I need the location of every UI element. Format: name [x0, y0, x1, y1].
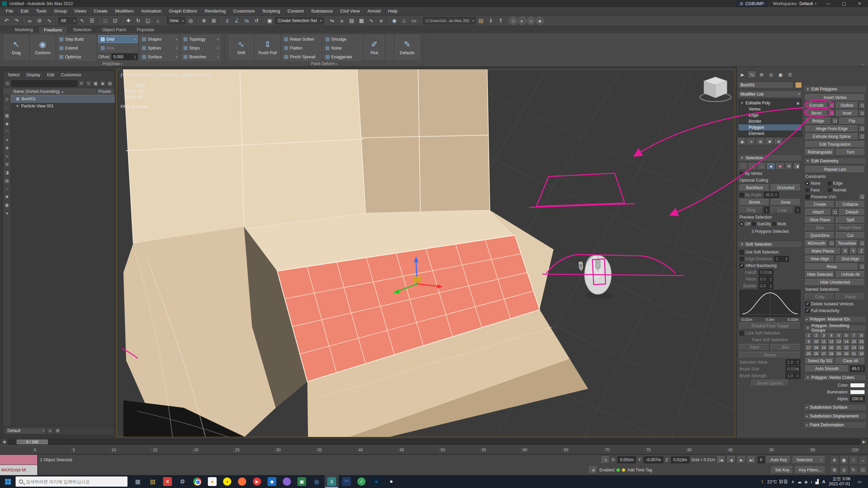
constraint-normal-radio[interactable] [828, 188, 832, 192]
zoom-extents-icon[interactable]: ▣ [840, 455, 848, 465]
smoothing-group-button[interactable]: 18 [813, 345, 820, 350]
ribbon-collapse-icon[interactable]: ⌄ [862, 61, 865, 66]
previous-frame-icon[interactable]: ◀ [1, 439, 7, 445]
selection-set-key-dropdown[interactable]: Selected▾ [793, 456, 825, 464]
flatten-button[interactable]: Flatten [282, 44, 321, 52]
separator[interactable] [120, 17, 123, 24]
ribbon-tab[interactable]: Modeling [9, 26, 38, 33]
clock[interactable]: 오전 3:06 2021-07-01 [829, 476, 850, 487]
taskbar-app-icon[interactable]: ◖ [223, 477, 231, 486]
align-icon[interactable]: ≡ [337, 16, 347, 25]
ribbon-tab[interactable]: Populate [132, 26, 160, 33]
smoothing-group-button[interactable]: 11 [821, 339, 827, 344]
pan-icon[interactable]: ↔ [859, 455, 867, 465]
display-frozen-icon[interactable]: ▣ [4, 202, 11, 208]
add-time-tag[interactable]: Add Time Tag [627, 468, 652, 472]
taskbar-search-input[interactable] [26, 479, 124, 484]
menu-item[interactable]: Animation [137, 7, 165, 15]
hide-unselected-button[interactable]: Hide Unselected [805, 279, 865, 286]
inset-settings-icon[interactable] [860, 110, 865, 116]
delete-isolated-vertices-checkbox[interactable] [805, 302, 810, 306]
clear-search-icon[interactable]: ✕ [78, 80, 84, 86]
by-vertex-radio[interactable] [739, 171, 744, 176]
separator[interactable] [196, 17, 199, 24]
select-and-manipulate-icon[interactable]: ⊕ [199, 16, 209, 25]
modifier-list-dropdown[interactable]: Modifier List [738, 90, 802, 98]
bridge-settings-icon[interactable] [832, 118, 838, 124]
menu-item[interactable]: Modifiers [111, 7, 137, 15]
render-iterative-icon[interactable]: ◐ [518, 17, 526, 25]
viewport-edged-faces-menu[interactable]: [Edged Faces] [182, 72, 211, 77]
constraint-face-radio[interactable] [805, 188, 809, 192]
vertex-color-swatch[interactable] [850, 383, 865, 388]
extrude-settings-icon[interactable] [829, 103, 834, 108]
display-cameras-icon[interactable]: ∗ [4, 137, 11, 143]
select-and-place-icon[interactable]: ⌂ [153, 16, 162, 25]
scene-explorer-menu-item[interactable]: Customize [58, 73, 84, 77]
collapse-button[interactable]: Collapse [836, 201, 865, 208]
keyboard-override-icon[interactable]: ⊞ [209, 16, 218, 25]
play-icon[interactable]: ▶ [737, 456, 746, 464]
start-button[interactable] [0, 475, 16, 488]
smoothing-groups-rollout-header[interactable]: ▼Polygon: Smoothing Groups [804, 325, 866, 331]
preview-subobj-radio[interactable] [752, 222, 756, 226]
menu-item[interactable]: Customize [230, 7, 259, 15]
taskbar-app-icon[interactable]: ◎ [309, 475, 324, 488]
select-by-sg-button[interactable]: Select By SG [805, 358, 834, 364]
extrude-along-spline-button[interactable]: Extrude Along Spline [805, 133, 858, 140]
offset-field[interactable]: 0.000▲▼ [112, 54, 138, 60]
taskbar-app-icon[interactable]: ▶ [253, 477, 261, 486]
minimize-button[interactable]: — [822, 0, 835, 7]
scene-explorer-menu-item[interactable]: Edit [44, 73, 58, 77]
reset-plane-button[interactable]: Reset Plane [836, 224, 865, 231]
separator[interactable] [55, 17, 57, 24]
smoothing-group-button[interactable]: 15 [851, 339, 857, 344]
slice-plane-button[interactable]: Slice Plane [805, 217, 834, 223]
create-button[interactable]: Create [805, 201, 834, 208]
taskbar-app-icon[interactable] [193, 477, 201, 486]
make-planar-button[interactable]: Make Planar [805, 248, 841, 255]
drag-button[interactable]: ↖Drag [4, 35, 28, 60]
stack-subobject-row[interactable]: Vertex [738, 106, 802, 112]
loop-spinner[interactable]: ▲▼ [795, 207, 801, 213]
maxscript-mini-listener[interactable]: MAXScript Mi [0, 455, 38, 475]
object-color-swatch[interactable] [795, 82, 802, 88]
planar-z-button[interactable]: Z [858, 248, 865, 255]
display-xrefs-icon[interactable]: ◨ [4, 169, 11, 176]
smoothing-group-button[interactable]: 27 [821, 351, 827, 357]
taskbar-app-icon[interactable]: ◠ [342, 477, 351, 486]
pin-stack-icon[interactable]: ◉ [738, 138, 746, 145]
maximize-button[interactable]: ▢ [837, 0, 850, 7]
show-end-result-icon[interactable]: ≡ [747, 138, 755, 145]
scene-explorer-menu-item[interactable]: Select [4, 73, 23, 77]
display-spacewarps-icon[interactable]: ∿ [4, 153, 11, 160]
selection-paste-icon[interactable]: ⊞ [786, 163, 792, 170]
network-icon[interactable]: ▟ [815, 479, 819, 484]
outline-settings-icon[interactable] [860, 103, 865, 108]
zoom-all-icon[interactable]: ⊞ [830, 465, 839, 474]
falloff-field[interactable]: 0.02m▲▼ [758, 269, 773, 276]
separator[interactable] [163, 17, 166, 24]
brush-options-button[interactable]: Brush Options [751, 380, 789, 387]
selection-copy-icon[interactable]: ◨ [794, 163, 801, 170]
smoothing-group-button[interactable]: 19 [821, 345, 827, 350]
time-slider-handle[interactable]: 0 / 100 [17, 440, 48, 444]
zoom-icon[interactable]: ⊕ [830, 455, 839, 465]
set-key-button[interactable]: Set Key [771, 466, 793, 474]
use-soft-selection-checkbox[interactable] [739, 250, 744, 255]
stack-subobject-row[interactable]: Edge [738, 112, 802, 118]
shrink-button[interactable]: Shrink [739, 199, 769, 206]
auto-smooth-button[interactable]: Auto Smooth [805, 365, 849, 372]
display-geometry-icon[interactable]: ▦ [4, 112, 11, 119]
menu-item[interactable]: Content [284, 7, 307, 15]
preserve-uvs-checkbox[interactable] [805, 195, 810, 199]
select-and-move-icon[interactable]: ✚ [124, 16, 133, 25]
zoom-region-icon[interactable]: □ [849, 455, 858, 465]
select-and-link-icon[interactable]: ∞ [25, 16, 34, 25]
material-editor-icon[interactable]: ◉ [390, 16, 399, 25]
smoothing-group-button[interactable]: 28 [828, 351, 835, 357]
defaults-button[interactable]: ✎Defaults [395, 35, 419, 60]
motion-tab-icon[interactable]: ◎ [767, 71, 775, 78]
smoothing-group-button[interactable]: 26 [813, 351, 820, 357]
tessellate-settings-icon[interactable] [860, 241, 865, 246]
